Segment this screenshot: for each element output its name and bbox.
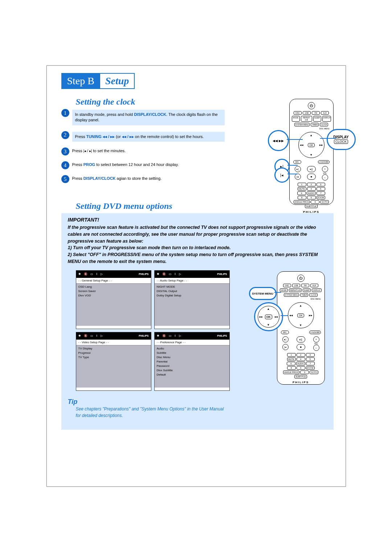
setup-label: Setup (100, 73, 135, 89)
step-text: Press TUNING ◂◂ / ▸▸ (or ◂◂ / ▸▸ on the … (72, 132, 225, 142)
power-icon: ⏻ (297, 275, 305, 282)
step-number: 2 (61, 131, 69, 139)
brand-label: PHILIPS (279, 381, 322, 384)
osd-menu: ✱🔇▭⫴▷PHILIPS- - Video Setup Page - -TV D… (76, 332, 151, 391)
remote-illustration-2: ⏻ DISCUSBFMAUX MODEREPEAT A-BSLEEPDISPLA… (252, 271, 325, 388)
step-row: 1In standby mode, press and hold DISPLAY… (61, 110, 228, 125)
remote-illustration-1: ⏻ DISCUSBFMAUX MODEREPEAT A-BSLEEPDISPLA… (268, 99, 334, 211)
osd-menu: ✱🔇▭⫴▷PHILIPS- - General Setup Page - -OS… (76, 270, 151, 329)
numpad: 123MUTE456AUDIO789ZOOMANGLE PROG0GOTOSUB… (293, 183, 330, 208)
tip-heading: Tip (68, 398, 334, 406)
step-row: 5Press DISPLAY/CLOCK agian to store the … (61, 176, 228, 183)
nav-pad: ▴▾ ◂◂▸▸ OK (298, 132, 324, 158)
step-row: 3Press |◂ / ▸| to set the minutes. (61, 148, 228, 155)
callout-system-menu: SYSTEM MENU (249, 287, 277, 300)
important-text: If the progressive scan feature is activ… (68, 224, 327, 265)
numpad-2: 123MUTE456AUDIO789ZOOMANGLE PROG0GOTOSUB… (283, 353, 319, 378)
dvd-panel: IMPORTANT! If the progressive scan featu… (61, 213, 334, 430)
step-row: 4Press PROG to select between 12 hour an… (61, 162, 228, 169)
step-text: In standby mode, press and hold DISPLAY/… (72, 110, 225, 125)
step-text: Press |◂ / ▸| to set the minutes. (72, 148, 126, 154)
step-number: 4 (61, 161, 69, 169)
tip-text: See chapters "Preparations" and "System … (76, 406, 228, 419)
callout-rewind-fwd: ◂◂ ▸▸ (268, 130, 289, 151)
callout-ok-pad: ▴▾ ◂◂▸▸ OK (254, 302, 283, 331)
callout-skip-prev: |◂ (274, 167, 290, 183)
step-text: Press DISPLAY/CLOCK agian to store the s… (72, 176, 162, 181)
step-row: 2Press TUNING ◂◂ / ▸▸ (or ◂◂ / ▸▸ on the… (61, 132, 228, 142)
power-icon: ⏻ (308, 102, 315, 109)
step-number: 1 (61, 109, 69, 117)
step-number: 5 (61, 175, 69, 183)
manual-page: Step B Setup Setting the clock ⏻ DISCUSB… (46, 65, 346, 487)
clock-steps: ⏻ DISCUSBFMAUX MODEREPEAT A-BSLEEPDISPLA… (61, 110, 334, 183)
osd-menu: ✱🔇▭⫴▷PHILIPS- - Audio Setup Page - -NIGH… (154, 270, 230, 329)
step-header: Step B Setup (61, 73, 346, 89)
step-text: Press PROG to select between 12 hour and… (72, 162, 179, 167)
callout-display-clock: DISPLAYCLOCK (327, 129, 356, 150)
nav-pad: ▴▾ ◂◂▸▸ OK (288, 302, 314, 328)
menu-screens: ✱🔇▭⫴▷PHILIPS- - General Setup Page - -OS… (76, 270, 232, 391)
osd-menu: ✱🔇▭⫴▷PHILIPS- - Preference Page - -Audio… (154, 332, 230, 391)
step-number: 3 (61, 147, 69, 155)
important-heading: IMPORTANT! (68, 217, 327, 223)
step-b-badge: Step B (61, 73, 100, 89)
